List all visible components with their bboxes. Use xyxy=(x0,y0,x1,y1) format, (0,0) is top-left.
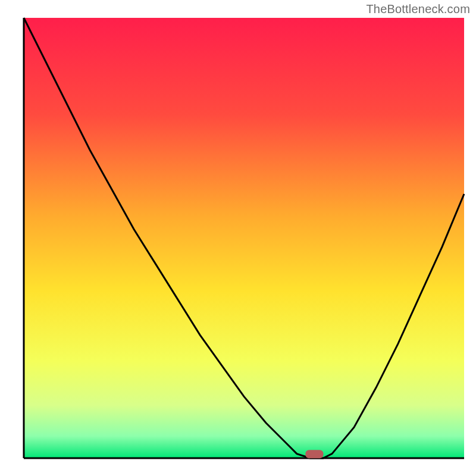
bottleneck-chart: TheBottleneck.com xyxy=(0,0,476,476)
gradient-background xyxy=(24,18,464,458)
watermark-text: TheBottleneck.com xyxy=(366,2,470,16)
optimal-marker xyxy=(305,450,323,458)
chart-svg xyxy=(0,0,476,476)
